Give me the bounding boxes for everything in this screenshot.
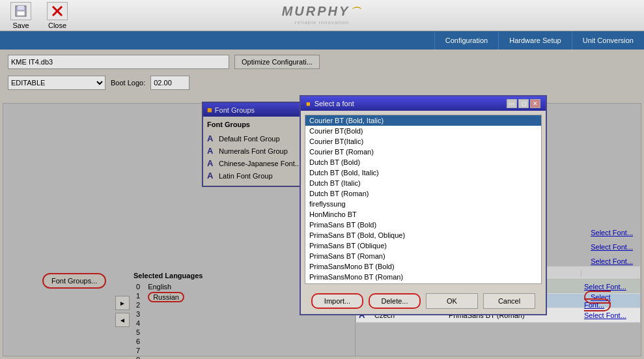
dialog-restore-button[interactable]: ◻ — [518, 99, 529, 108]
dialog-close-button[interactable]: ✕ — [530, 99, 540, 108]
save-label: Save — [12, 22, 29, 29]
nav-unit-conversion[interactable]: Unit Conversion — [572, 31, 644, 50]
ok-button[interactable]: OK — [426, 293, 478, 309]
close-label: Close — [48, 22, 66, 29]
logo-subtitle: reliable innovation — [282, 20, 363, 25]
font-list-item[interactable]: PrimaSansMono BT (Bold) — [305, 261, 541, 272]
font-list[interactable]: Courier BT (Bold, Italic)Courier BT(Bold… — [305, 115, 542, 284]
font-list-item[interactable]: Courier BT(Italic) — [305, 136, 541, 147]
font-list-item[interactable]: SquareGothicMd BT — [305, 282, 541, 284]
import-button[interactable]: Import... — [311, 293, 363, 309]
navbar: Configuration Hardware Setup Unit Conver… — [0, 31, 644, 50]
cancel-button[interactable]: Cancel — [483, 293, 535, 309]
font-list-item[interactable]: Courier BT (Bold, Italic) — [305, 115, 541, 126]
font-list-item[interactable]: PrimaSans BT (Roman) — [305, 251, 541, 261]
dialog-title-controls: — ◻ ✕ — [507, 99, 540, 108]
toolbar: Save Close MURPHY⌒ reliable innovation — [0, 0, 644, 31]
font-list-item[interactable]: fireflyssung — [305, 199, 541, 209]
dialog-minimize-button[interactable]: — — [507, 99, 517, 108]
save-icon — [10, 2, 31, 20]
font-list-item[interactable]: PrimaSansMono BT (Roman) — [305, 272, 541, 282]
delete-button[interactable]: Delete... — [369, 293, 421, 309]
titlebar-left: ■ Select a font — [306, 100, 354, 108]
font-list-item[interactable]: PrimaSans BT (Oblique) — [305, 240, 541, 251]
font-list-item[interactable]: Dutch BT (Bold) — [305, 157, 541, 167]
select-font-dialog: ■ Select a font — ◻ ✕ Courier BT (Bold, … — [300, 95, 547, 315]
dialog-title: Select a font — [315, 100, 354, 108]
font-list-item[interactable]: HonMincho BT — [305, 209, 541, 220]
font-list-item[interactable]: PrimaSans BT (Bold) — [305, 220, 541, 230]
dialog-buttons: Import... Delete... OK Cancel — [301, 288, 546, 314]
svg-rect-2 — [17, 11, 25, 16]
font-list-item[interactable]: Courier BT (Roman) — [305, 147, 541, 157]
font-list-item[interactable]: Dutch BT (Italic) — [305, 178, 541, 188]
close-button[interactable]: Close — [42, 2, 73, 29]
logo-text: MURPHY⌒ — [282, 4, 363, 20]
murphy-logo: MURPHY⌒ reliable innovation — [282, 4, 363, 25]
nav-configuration[interactable]: Configuration — [434, 31, 498, 50]
main-content: KME IT4.db3 Optimize Configurati... EDIT… — [0, 50, 644, 359]
font-list-item[interactable]: Dutch BT (Roman) — [305, 188, 541, 199]
nav-hardware-setup[interactable]: Hardware Setup — [498, 31, 572, 50]
font-list-item[interactable]: Courier BT(Bold) — [305, 126, 541, 136]
dialog-title-icon: ■ — [306, 100, 311, 108]
save-button[interactable]: Save — [5, 2, 36, 29]
select-font-titlebar: ■ Select a font — ◻ ✕ — [301, 96, 546, 111]
font-list-item[interactable]: PrimaSans BT (Bold, Oblique) — [305, 230, 541, 240]
svg-rect-1 — [18, 6, 24, 10]
close-icon — [47, 2, 68, 20]
font-list-item[interactable]: Dutch BT (Bold, Italic) — [305, 167, 541, 178]
